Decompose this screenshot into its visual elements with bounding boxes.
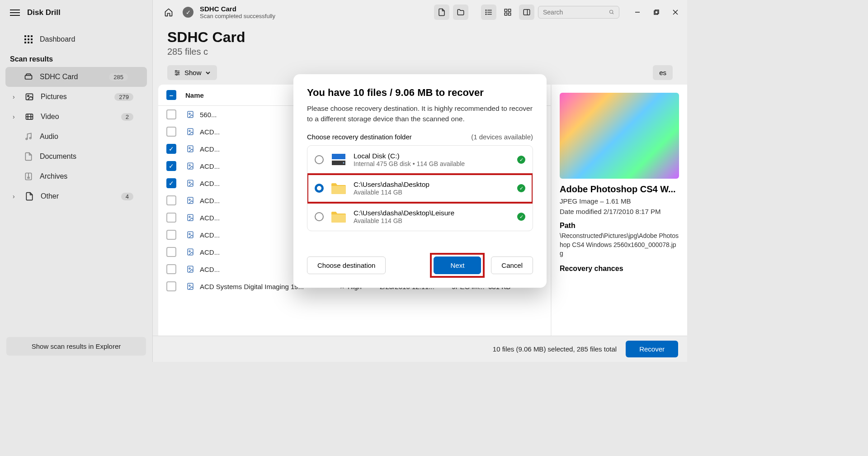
doc-icon (24, 152, 33, 161)
sidebar-item-label: Documents (40, 152, 76, 161)
sidebar-item-video[interactable]: ›Video2 (0, 107, 152, 127)
sidebar-item-label: Pictures (41, 93, 67, 101)
choose-folder-label: Choose recovery destination folder (307, 133, 412, 141)
menu-icon[interactable] (10, 10, 20, 16)
chevron-right-icon: › (13, 93, 18, 100)
sidebar-item-pictures[interactable]: ›Pictures279 (0, 87, 152, 107)
modal-backdrop: You have 10 files / 9.06 MB to recover P… (153, 0, 687, 362)
audio-icon (24, 132, 33, 141)
svg-rect-69 (332, 159, 345, 161)
destination-title: Local Disk (C:) (354, 152, 511, 160)
folder-icon (330, 180, 347, 196)
chevron-right-icon: › (13, 113, 18, 120)
check-icon: ✓ (517, 184, 525, 192)
svg-point-17 (30, 138, 31, 139)
sidebar-item-label: Video (41, 113, 59, 121)
svg-point-16 (26, 138, 27, 139)
svg-point-11 (28, 95, 29, 97)
app-title: Disk Drill (27, 8, 61, 17)
destination-title: C:\Users\dasha\Desktop (354, 180, 511, 189)
next-button-highlight: Next (430, 253, 485, 278)
next-button[interactable]: Next (434, 256, 481, 274)
destination-title: C:\Users\dasha\Desktop\Leisure (354, 209, 511, 217)
svg-rect-1 (28, 35, 29, 37)
svg-rect-8 (31, 42, 33, 43)
chevron-right-icon: › (13, 193, 18, 200)
sidebar-item-label: Archives (40, 172, 67, 180)
sidebar-section-label: Scan results (0, 49, 152, 67)
destination-radio[interactable] (315, 155, 324, 164)
svg-rect-20 (28, 177, 29, 179)
destination-subtitle: Available 114 GB (354, 217, 511, 224)
drive-icon (24, 72, 33, 81)
sidebar-item-archives[interactable]: Archives (0, 166, 152, 186)
sidebar-item-label: Other (41, 192, 59, 200)
grid-icon (24, 35, 33, 43)
choose-destination-button[interactable]: Choose destination (307, 256, 386, 274)
svg-rect-9 (25, 76, 32, 79)
svg-rect-7 (28, 42, 29, 43)
sidebar-item-dashboard[interactable]: Dashboard (0, 30, 152, 49)
modal-title: You have 10 files / 9.06 MB to recover (307, 87, 533, 99)
svg-rect-2 (31, 35, 33, 37)
disk-icon (330, 152, 347, 167)
sidebar-item-other[interactable]: ›Other4 (0, 186, 152, 206)
other-icon (24, 192, 34, 201)
destination-option[interactable]: C:\Users\dasha\DesktopAvailable 114 GB✓ (307, 174, 533, 203)
count-badge: 2 (121, 113, 133, 121)
sidebar-item-documents[interactable]: Documents (0, 147, 152, 166)
image-icon (24, 92, 34, 101)
svg-point-71 (343, 162, 344, 164)
destination-subtitle: Available 114 GB (354, 189, 511, 196)
destination-subtitle: Internal 475 GB disk • 114 GB available (354, 160, 511, 167)
svg-rect-6 (24, 42, 26, 43)
sidebar-item-audio[interactable]: Audio (0, 127, 152, 147)
video-icon (24, 112, 34, 121)
destination-radio[interactable] (315, 212, 324, 221)
sidebar-item-label: SDHC Card (40, 73, 78, 81)
sidebar-item-label: Dashboard (40, 35, 75, 43)
svg-rect-4 (28, 38, 29, 40)
devices-available-label: (1 devices available) (471, 133, 533, 141)
svg-rect-5 (31, 38, 33, 40)
destination-option[interactable]: C:\Users\dasha\Desktop\LeisureAvailable … (307, 203, 533, 231)
show-in-explorer-button[interactable]: Show scan results in Explorer (6, 337, 146, 356)
folder-icon (330, 209, 347, 224)
destination-radio[interactable] (315, 184, 324, 193)
count-badge: 279 (114, 93, 133, 101)
modal-description: Please choose recovery destination. It i… (307, 103, 533, 124)
recovery-destination-modal: You have 10 files / 9.06 MB to recover P… (293, 74, 547, 288)
svg-rect-68 (332, 154, 345, 159)
check-icon: ✓ (517, 156, 525, 164)
check-icon: ✓ (517, 213, 525, 221)
archive-icon (24, 172, 33, 181)
sidebar-item-sdhc-card[interactable]: SDHC Card285 (5, 67, 147, 87)
svg-rect-0 (24, 35, 26, 37)
main: ✓ SDHC Card Scan completed successfully (153, 0, 687, 362)
count-badge: 285 (109, 73, 128, 81)
svg-rect-3 (24, 38, 26, 40)
cancel-button[interactable]: Cancel (491, 256, 533, 274)
sidebar-item-label: Audio (40, 133, 58, 141)
count-badge: 4 (121, 193, 133, 200)
destination-option[interactable]: Local Disk (C:)Internal 475 GB disk • 11… (307, 146, 533, 174)
sidebar: Disk Drill Dashboard Scan results SDHC C… (0, 0, 153, 362)
